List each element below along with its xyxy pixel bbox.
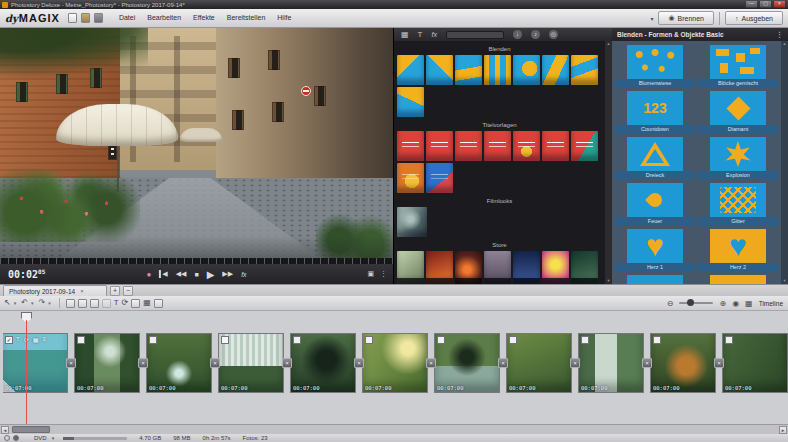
open-project-icon[interactable] [81, 13, 90, 23]
timeline-clip[interactable]: 00:07:00 [291, 334, 355, 392]
play-button[interactable]: ▶ [207, 269, 215, 280]
store-item-tile[interactable] [397, 251, 424, 284]
transition-tile[interactable]: ♥ [698, 275, 778, 284]
timeline-mode-label[interactable]: Timeline [759, 300, 783, 307]
clip-menu-icon[interactable]: ≡ [42, 336, 46, 343]
clip-checkbox[interactable] [581, 336, 589, 344]
transition-template-tile[interactable] [426, 55, 453, 85]
new-project-icon[interactable] [68, 13, 77, 23]
maximize-button[interactable]: ▢ [759, 1, 772, 8]
image-grid-icon[interactable]: ▦ [143, 296, 151, 310]
transition-template-tile[interactable] [397, 55, 424, 85]
transition-button[interactable]: × [714, 358, 724, 368]
timeline-clip[interactable]: 00:07:00 [75, 334, 139, 392]
web-media-icon[interactable]: ◎ [549, 30, 558, 39]
import-icon[interactable]: ↓ [513, 30, 522, 39]
zoom-slider-knob[interactable] [687, 299, 694, 306]
title-template-tile[interactable] [513, 131, 540, 161]
title-template-tile[interactable] [571, 131, 598, 161]
rewind-button[interactable]: ◀◀ [176, 270, 187, 278]
transition-button[interactable]: × [138, 358, 148, 368]
scroll-up-icon[interactable]: ▲ [781, 41, 788, 47]
transition-template-tile[interactable] [513, 55, 540, 85]
zoom-out-icon[interactable]: ⊖ [667, 299, 674, 308]
transition-template-tile[interactable] [397, 87, 424, 117]
rotate-icon[interactable]: ⟳ [122, 296, 129, 310]
collapse-tab-button[interactable]: − [123, 286, 133, 296]
transition-button[interactable]: × [282, 358, 292, 368]
clip-checkbox[interactable] [365, 336, 373, 344]
transition-tile[interactable]: ♥Herz 2 [698, 229, 778, 272]
filmlook-tile[interactable] [397, 207, 427, 237]
monitor-menu-icon[interactable]: ⋮ [380, 270, 387, 278]
transitions-scrollbar[interactable]: ▲ ▼ [781, 41, 788, 284]
clip-checkbox[interactable]: ✓ [5, 336, 13, 344]
hscroll-thumb[interactable] [12, 426, 50, 433]
transition-button[interactable]: × [570, 358, 580, 368]
timeline-clip[interactable]: 00:07:00 [435, 334, 499, 392]
zoom-in-icon[interactable]: ⊕ [719, 299, 726, 308]
store-item-tile[interactable] [426, 251, 453, 284]
title-template-tile[interactable] [542, 131, 569, 161]
timeline-zoom-slider[interactable] [679, 302, 713, 304]
effects-tab[interactable]: fx [431, 29, 436, 41]
redo-icon[interactable]: ↷ [38, 296, 45, 310]
timeline-hscrollbar[interactable]: ◂ ▸ [0, 424, 788, 434]
new-tab-button[interactable]: + [110, 286, 120, 296]
transition-tile[interactable]: Gitter [698, 183, 778, 226]
timeline-clip[interactable]: 00:07:00 [507, 334, 571, 392]
transition-template-tile[interactable] [571, 55, 598, 85]
transition-button[interactable]: × [498, 358, 508, 368]
timeline-clip[interactable]: 00:07:00 [219, 334, 283, 392]
redo-caret[interactable]: ▾ [48, 300, 51, 306]
panel-menu-icon[interactable]: ⋮ [776, 28, 783, 41]
mouse-mode-icon[interactable]: ↖ [4, 296, 11, 310]
target-medium[interactable]: DVD [34, 435, 47, 441]
timeline-clip[interactable]: ✓T⟳▦≡00:07:00 [3, 334, 67, 392]
transition-tile[interactable]: 123Countdown [615, 91, 695, 134]
record-button[interactable]: ● [146, 270, 151, 279]
store-item-tile[interactable] [484, 251, 511, 284]
title-template-tile[interactable] [397, 163, 424, 193]
forward-button[interactable]: ▶▶ [222, 270, 233, 278]
title-editor-icon[interactable]: T [114, 296, 119, 310]
transition-tile[interactable]: Explosion [698, 137, 778, 180]
paste-icon[interactable] [90, 299, 99, 308]
undo-icon[interactable]: ↶ [21, 296, 28, 310]
transition-tile[interactable]: Blöcke gemischt [698, 45, 778, 88]
templates-tab-icon[interactable]: ▦ [401, 29, 409, 41]
crop-icon[interactable] [131, 299, 140, 308]
transition-tile[interactable]: Blumenwiese [615, 45, 695, 88]
transition-button[interactable]: × [354, 358, 364, 368]
store-item-tile[interactable] [513, 251, 540, 284]
pool-scrollbar[interactable]: ▲ ▼ [605, 41, 612, 284]
timeline-clip[interactable]: 00:07:00 [363, 334, 427, 392]
clip-checkbox[interactable] [509, 336, 517, 344]
save-project-icon[interactable] [94, 13, 103, 23]
clip-grid-icon[interactable]: ▦ [33, 336, 39, 343]
fullscreen-icon[interactable]: ▣ [367, 270, 374, 278]
transition-button[interactable]: × [426, 358, 436, 368]
title-template-tile[interactable] [426, 163, 453, 193]
title-template-tile[interactable] [455, 131, 482, 161]
optimize-view-icon[interactable]: ◉ [732, 299, 739, 308]
timeline-clip[interactable]: 00:07:00 [651, 334, 715, 392]
clip-checkbox[interactable] [725, 336, 733, 344]
mouse-mode-caret[interactable]: ▾ [14, 300, 17, 306]
brennen-button[interactable]: ◉ Brennen [658, 11, 714, 25]
clip-checkbox[interactable] [437, 336, 445, 344]
scroll-up-icon[interactable]: ▲ [605, 41, 612, 47]
menu-hilfe[interactable]: Hilfe [271, 9, 297, 27]
clip-checkbox[interactable] [221, 336, 229, 344]
menu-bearbeiten[interactable]: Bearbeiten [141, 9, 187, 27]
title-template-tile[interactable] [426, 131, 453, 161]
scroll-right-icon[interactable]: ▸ [779, 426, 787, 434]
transition-tile[interactable]: ♥Herz 1 [615, 229, 695, 272]
burn-options-caret[interactable]: ▾ [650, 15, 653, 22]
delete-icon[interactable] [66, 299, 75, 308]
close-button[interactable]: × [773, 1, 786, 8]
transition-template-tile[interactable] [484, 55, 511, 85]
clip-title-icon[interactable]: T [16, 336, 20, 343]
transition-tile[interactable]: Feuer [615, 183, 695, 226]
transition-button[interactable]: × [66, 358, 76, 368]
